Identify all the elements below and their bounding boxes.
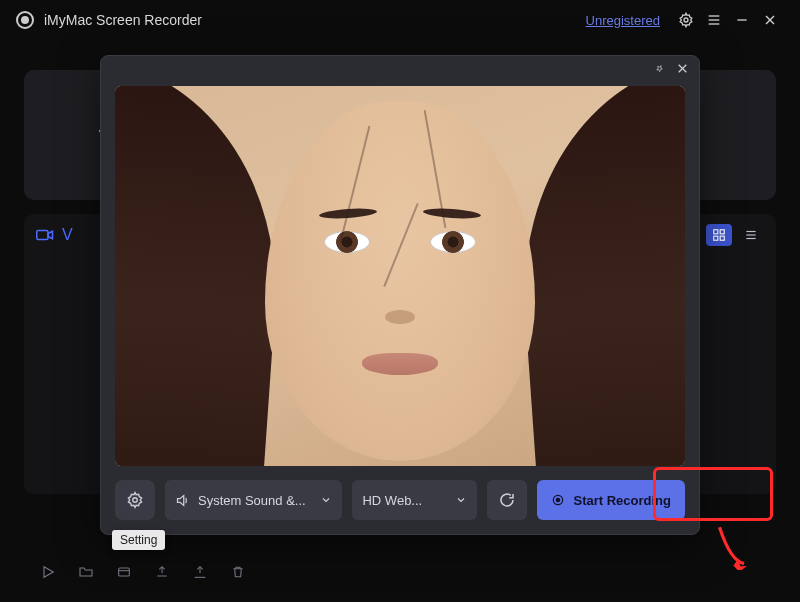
svg-marker-15 — [44, 567, 53, 578]
view-toggle-group — [706, 224, 764, 246]
svg-point-24 — [557, 498, 561, 502]
rename-icon[interactable] — [116, 564, 132, 584]
svg-rect-16 — [119, 568, 130, 576]
footer-toolbar — [40, 564, 246, 584]
list-view-button[interactable] — [738, 224, 764, 246]
folder-icon[interactable] — [78, 564, 94, 584]
svg-rect-7 — [37, 231, 48, 240]
close-icon[interactable] — [756, 6, 784, 34]
record-icon — [551, 493, 565, 507]
start-recording-button[interactable]: Start Recording — [537, 480, 685, 520]
svg-rect-10 — [714, 236, 718, 240]
speaker-icon — [175, 493, 190, 508]
chevron-down-icon — [320, 494, 332, 506]
panel-close-icon[interactable] — [676, 61, 689, 79]
settings-tooltip: Setting — [112, 530, 165, 550]
app-logo-icon — [16, 11, 34, 29]
panel-controls: System Sound &... HD Web... Start Record… — [101, 466, 699, 534]
svg-rect-8 — [714, 230, 718, 234]
panel-settings-button[interactable] — [115, 480, 155, 520]
camera-source-dropdown[interactable]: HD Web... — [352, 480, 477, 520]
section-title: V — [62, 226, 73, 244]
start-recording-label: Start Recording — [573, 493, 671, 508]
app-title: iMyMac Screen Recorder — [44, 12, 202, 28]
svg-rect-9 — [720, 230, 724, 234]
refresh-button[interactable] — [487, 480, 527, 520]
panel-header — [101, 56, 699, 84]
svg-point-0 — [684, 18, 688, 22]
grid-view-button[interactable] — [706, 224, 732, 246]
unregistered-link[interactable]: Unregistered — [586, 13, 660, 28]
minimize-icon[interactable] — [728, 6, 756, 34]
svg-rect-11 — [720, 236, 724, 240]
delete-icon[interactable] — [230, 564, 246, 584]
svg-point-22 — [133, 498, 138, 503]
webcam-preview-panel: System Sound &... HD Web... Start Record… — [100, 55, 700, 535]
audio-source-dropdown[interactable]: System Sound &... — [165, 480, 342, 520]
webcam-preview — [115, 86, 685, 466]
play-icon[interactable] — [40, 564, 56, 584]
audio-source-label: System Sound &... — [198, 493, 306, 508]
settings-icon[interactable] — [672, 6, 700, 34]
annotation-arrow-icon — [712, 520, 767, 574]
camera-icon — [36, 228, 54, 242]
pin-icon[interactable] — [653, 61, 666, 79]
camera-source-label: HD Web... — [362, 493, 422, 508]
chevron-down-icon — [455, 494, 467, 506]
menu-icon[interactable] — [700, 6, 728, 34]
share-icon[interactable] — [192, 564, 208, 584]
upload-icon[interactable] — [154, 564, 170, 584]
titlebar: iMyMac Screen Recorder Unregistered — [0, 0, 800, 40]
